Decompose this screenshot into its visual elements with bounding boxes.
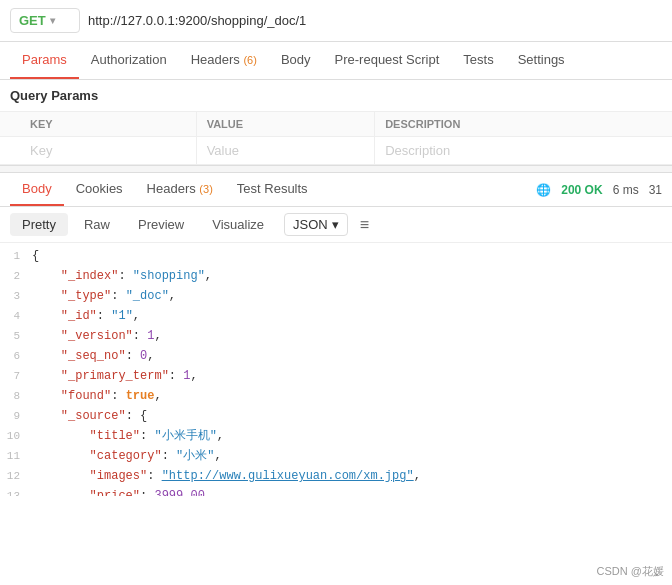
fmt-pretty[interactable]: Pretty [10, 213, 68, 236]
json-line-6: 6 "_seq_no": 0, [0, 347, 672, 367]
filter-icon[interactable]: ≡ [360, 216, 369, 234]
json-line-5: 5 "_version": 1, [0, 327, 672, 347]
request-tabs: Params Authorization Headers (6) Body Pr… [0, 42, 672, 80]
tab-body[interactable]: Body [269, 42, 323, 79]
json-line-2: 2 "_index": "shopping", [0, 267, 672, 287]
json-line-13: 13 "price": 3999.00 [0, 487, 672, 496]
json-line-9: 9 "_source": { [0, 407, 672, 427]
json-line-3: 3 "_type": "_doc", [0, 287, 672, 307]
json-line-12: 12 "images": "http://www.gulixueyuan.com… [0, 467, 672, 487]
desc-placeholder[interactable]: Description [375, 137, 672, 165]
method-chevron: ▾ [50, 15, 55, 26]
fmt-visualize[interactable]: Visualize [200, 213, 276, 236]
tab-prerequest[interactable]: Pre-request Script [323, 42, 452, 79]
response-time: 6 ms [613, 183, 639, 197]
resp-tab-body[interactable]: Body [10, 173, 64, 206]
format-chevron: ▾ [332, 217, 339, 232]
method-selector[interactable]: GET ▾ [10, 8, 80, 33]
params-placeholder-row: Key Value Description [0, 137, 672, 165]
format-bar: Pretty Raw Preview Visualize JSON ▾ ≡ [0, 207, 672, 243]
value-placeholder[interactable]: Value [196, 137, 375, 165]
section-divider [0, 165, 672, 173]
status-code: 200 OK [561, 183, 602, 197]
query-params-title: Query Params [0, 80, 672, 111]
tab-params[interactable]: Params [10, 42, 79, 79]
params-table: KEY VALUE DESCRIPTION Key Value Descript… [0, 111, 672, 165]
json-line-7: 7 "_primary_term": 1, [0, 367, 672, 387]
col-key: KEY [0, 112, 196, 137]
col-description: DESCRIPTION [375, 112, 672, 137]
format-select[interactable]: JSON ▾ [284, 213, 348, 236]
json-line-1: 1 { [0, 247, 672, 267]
tab-tests[interactable]: Tests [451, 42, 505, 79]
tab-authorization[interactable]: Authorization [79, 42, 179, 79]
col-value: VALUE [196, 112, 375, 137]
globe-icon: 🌐 [536, 183, 551, 197]
json-line-4: 4 "_id": "1", [0, 307, 672, 327]
resp-tab-headers[interactable]: Headers (3) [135, 173, 225, 206]
json-line-11: 11 "category": "小米", [0, 447, 672, 467]
response-size: 31 [649, 183, 662, 197]
resp-tab-test-results[interactable]: Test Results [225, 173, 320, 206]
json-body: 1 { 2 "_index": "shopping", 3 "_type": "… [0, 243, 672, 496]
json-line-10: 10 "title": "小米手机", [0, 427, 672, 447]
tab-settings[interactable]: Settings [506, 42, 577, 79]
format-select-label: JSON [293, 217, 328, 232]
response-tabs-bar: Body Cookies Headers (3) Test Results 🌐 … [0, 173, 672, 207]
key-placeholder[interactable]: Key [0, 137, 196, 165]
json-line-8: 8 "found": true, [0, 387, 672, 407]
tab-headers[interactable]: Headers (6) [179, 42, 269, 79]
fmt-preview[interactable]: Preview [126, 213, 196, 236]
method-label: GET [19, 13, 46, 28]
watermark: CSDN @花媛 [597, 564, 664, 579]
response-status: 🌐 200 OK 6 ms 31 [536, 183, 662, 197]
resp-tab-cookies[interactable]: Cookies [64, 173, 135, 206]
url-input[interactable] [88, 13, 662, 28]
fmt-raw[interactable]: Raw [72, 213, 122, 236]
url-bar: GET ▾ [0, 0, 672, 42]
